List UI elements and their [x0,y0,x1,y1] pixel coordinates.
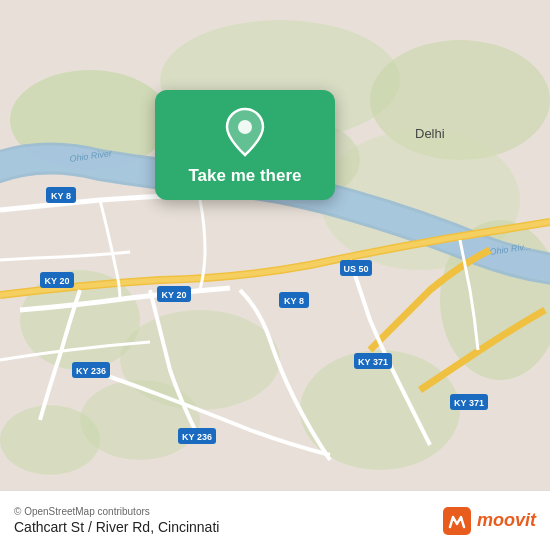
moovit-icon [443,507,471,535]
svg-rect-34 [443,507,471,535]
svg-text:US 50: US 50 [343,264,368,274]
map-container: Ohio River Ohio Riv... KY 8 KY 20 KY 2 [0,0,550,490]
moovit-text: moovit [477,510,536,531]
button-overlay: Take me there [145,90,345,200]
svg-text:KY 20: KY 20 [45,276,70,286]
svg-text:KY 8: KY 8 [284,296,304,306]
svg-text:KY 236: KY 236 [182,432,212,442]
bottom-bar: © OpenStreetMap contributors Cathcart St… [0,490,550,550]
svg-text:KY 371: KY 371 [454,398,484,408]
bottom-info: © OpenStreetMap contributors Cathcart St… [14,506,219,535]
location-pin-icon [221,108,269,156]
svg-point-10 [0,405,100,475]
moovit-logo[interactable]: moovit [443,507,536,535]
map-attribution: © OpenStreetMap contributors [14,506,219,517]
svg-point-33 [238,120,252,134]
svg-text:Delhi: Delhi [415,126,445,141]
svg-text:KY 371: KY 371 [358,357,388,367]
take-me-there-label: Take me there [188,166,301,186]
svg-text:KY 236: KY 236 [76,366,106,376]
svg-text:KY 20: KY 20 [162,290,187,300]
svg-text:KY 8: KY 8 [51,191,71,201]
take-me-there-button[interactable]: Take me there [155,90,335,200]
location-name: Cathcart St / River Rd, Cincinnati [14,519,219,535]
